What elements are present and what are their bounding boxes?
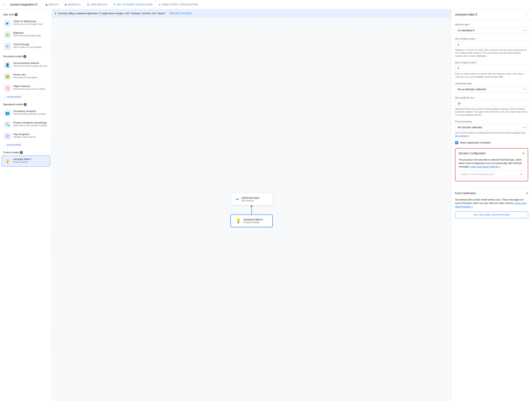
right-panel-header: zeroeyes-fake-0 ⋮ (451, 9, 532, 20)
event-notification-section: Event Notification ∧ Get alerted when ce… (451, 188, 532, 222)
data-sinks-title: Data sinks ? (3, 13, 50, 16)
post-processing-select[interactable]: No function selected (455, 124, 528, 131)
machine-type-label: Machine type * (455, 23, 528, 26)
custom-models-title: Custom models ? (3, 151, 50, 154)
deploy-action[interactable]: ▶ DEPLOY (44, 2, 61, 7)
occupancy-icon: 👥 (4, 110, 11, 117)
zeroeyes-icon: 💡 (4, 158, 11, 165)
specialized-help[interactable]: ? (24, 103, 27, 106)
view-details-action[interactable]: ☰ VIEW DETAILS (85, 2, 110, 7)
sidebar-item-product-recognize[interactable]: 🔍 Product recognize (streaming) Detect i… (1, 119, 50, 130)
accelerator-label: Accelerator type (455, 82, 528, 85)
custom-models-help[interactable]: ? (20, 151, 23, 154)
event-section-header: Event Notification ∧ (455, 188, 528, 198)
sidebar-item-tag-recognizer[interactable]: 🏷 Tag recognizer Identifies retail produ… (1, 131, 50, 142)
graph-container: ⇒ Universal input 100 sources 💡 zeroeyes… (230, 193, 273, 227)
sidebar-item-object-detector[interactable]: ◻ Object detector Draw boxes around know… (1, 83, 50, 94)
right-panel-body: Machine type * n1-standard-8 n1-standard… (451, 20, 532, 188)
cloud-storage-icon: ≡ (4, 43, 11, 50)
max-compute-hint: Enter a number equal to or greater than … (455, 72, 528, 78)
setup-event-action[interactable]: ✦ SET UP EVENT NOTIFICATION (111, 2, 155, 7)
dynamic-config-desc: The processor will subscribe to selected… (459, 158, 525, 168)
bigquery-icon: ◎ (4, 31, 11, 38)
data-sinks-help[interactable]: ? (15, 13, 18, 16)
attach-metadata-row: Attach application metadata (455, 141, 528, 144)
machine-type-group: Machine type * n1-standard-8 n1-standard… (455, 23, 528, 34)
connector-line (251, 207, 252, 215)
deploy-icon: ▶ (46, 3, 48, 6)
specialized-show-more[interactable]: ⌄ SHOW MORE (1, 142, 50, 148)
min-compute-hint: Default is 1. If set to 1 or more, then … (455, 49, 528, 57)
event-section-desc: Get alerted when certain model events oc… (455, 198, 528, 208)
accelerator-type-group: Accelerator type No accelerator selected… (455, 82, 528, 93)
info-banner: ℹ Currently editing a deployed applicati… (52, 9, 451, 18)
machine-type-select[interactable]: n1-standard-8 n1-standard-4 n1-standard-… (455, 27, 528, 34)
max-compute-group: Max compute nodes * Enter a number equal… (455, 61, 528, 78)
attach-metadata-label: Attach application metadata (460, 141, 490, 144)
dynamic-config-header[interactable]: Dynamic Configuration ∧ (456, 148, 528, 158)
pubsub-topic-select[interactable]: Select a Cloud Pub/Sub topic * (459, 171, 525, 178)
canvas-area: ℹ Currently editing a deployed applicati… (52, 9, 451, 401)
post-processing-group: Post-processing No function selected Use… (455, 120, 528, 137)
min-compute-group: Min compute nodes * Default is 1. If set… (455, 37, 528, 57)
min-compute-input[interactable] (455, 41, 528, 48)
min-compute-label: Min compute nodes * (455, 37, 528, 40)
person-blur-icon: 😊 (4, 73, 11, 80)
max-compute-label: Max compute nodes * (455, 61, 528, 64)
sidebar-item-person-blur[interactable]: 😊 Person blur Anonymize human figures (1, 71, 50, 82)
object-detector-icon: ◻ (4, 85, 11, 92)
zeroeyes-node-icon: 💡 (235, 218, 241, 223)
more-options-icon[interactable]: ⋮ (524, 12, 528, 17)
max-fps-group: Max prediction fps * Maximum frames per … (455, 96, 528, 116)
max-fps-label: Max prediction fps * (455, 96, 528, 99)
node-universal-input[interactable]: ⇒ Universal input 100 sources (230, 193, 273, 205)
right-panel: zeroeyes-fake-0 ⋮ Machine type * n1-stan… (451, 9, 532, 401)
post-processing-label: Post-processing (455, 120, 528, 123)
post-processing-hint: Use Cloud Functions to handle post-proce… (455, 131, 528, 137)
undeploy-action[interactable]: ■ UNDEPLOY (63, 2, 83, 7)
sidebar-item-cloud-storage[interactable]: ≡ Cloud Storage Store results to Cloud S… (1, 41, 50, 52)
max-compute-input[interactable] (455, 65, 528, 72)
dynamic-config-collapse-icon: ∧ (522, 151, 525, 155)
connector-dot-top (251, 205, 252, 207)
person-vehicle-icon: 👤 (4, 62, 11, 68)
view-output-icon: ✦ (158, 3, 161, 6)
view-details-icon: ☰ (87, 3, 89, 6)
top-nav: ← zeroes-integration-0 ▶ DEPLOY ■ UNDEPL… (0, 0, 532, 9)
pretrained-show-more[interactable]: ⌄ SHOW MORE (1, 94, 50, 100)
pretrained-help[interactable]: ? (23, 55, 26, 58)
node-zeroeyes[interactable]: 💡 zeroeyes-fake-0 Custom-trained (230, 215, 273, 227)
view-output-action[interactable]: ✦ VIEW OUTPUT VISUALIZATION (156, 2, 200, 7)
sidebar-item-vision-ai[interactable]: ▶ Vision AI Warehouse Assets stored on G… (1, 18, 50, 29)
post-processing-link[interactable]: See example ↗ (455, 135, 470, 137)
attach-metadata-checkbox[interactable] (455, 141, 458, 144)
setup-event-notification-button[interactable]: SET UP EVENT NOTIFICATION (455, 211, 528, 218)
max-fps-hint: Maximum frames per second to send predic… (455, 108, 528, 116)
sidebar-item-bigquery[interactable]: ◎ BigQuery Store structured insights dat… (1, 29, 50, 40)
pubsub-learn-more-link[interactable]: Learn more about Pub/Sub ↗ (470, 165, 500, 168)
info-icon: ℹ (55, 12, 56, 15)
sidebar-item-occupancy[interactable]: 👥 Occupancy analytics Advanced person/ve… (1, 108, 50, 119)
undeploy-icon: ■ (65, 3, 66, 6)
sidebar: Data sinks ? ▶ Vision AI Warehouse Asset… (0, 9, 52, 401)
discard-changes-link[interactable]: DISCARD CHANGES (169, 12, 192, 15)
tag-recognizer-icon: 🏷 (4, 133, 11, 140)
pretrained-title: Pre-trained models ? (3, 55, 50, 58)
max-fps-input[interactable] (455, 100, 528, 107)
back-button[interactable]: ← (3, 2, 7, 7)
event-section-collapse-icon: ∧ (526, 191, 528, 195)
accelerator-select[interactable]: No accelerator selected NVIDIA_TESLA_T4 … (455, 86, 528, 93)
dynamic-config-body: The processor will subscribe to selected… (456, 158, 528, 181)
event-section-title: Event Notification (455, 192, 476, 195)
dynamic-config-title: Dynamic Configuration (459, 152, 486, 155)
vision-ai-icon: ▶ (4, 20, 11, 27)
canvas-content: ⇒ Universal input 100 sources 💡 zeroeyes… (52, 19, 451, 401)
universal-input-icon: ⇒ (235, 197, 239, 202)
setup-event-icon: ✦ (114, 3, 116, 6)
main-layout: Data sinks ? ▶ Vision AI Warehouse Asset… (0, 9, 532, 401)
right-panel-title: zeroeyes-fake-0 (455, 13, 477, 16)
specialized-title: Specialized models ? (3, 103, 50, 106)
product-recognize-icon: 🔍 (4, 121, 11, 128)
sidebar-item-person-vehicle[interactable]: 👤 Person/vehicle detector Draw boxes aro… (1, 60, 50, 71)
sidebar-item-zeroeyes[interactable]: 💡 zeroeyes-fake-0 Custom-trained (1, 155, 50, 167)
